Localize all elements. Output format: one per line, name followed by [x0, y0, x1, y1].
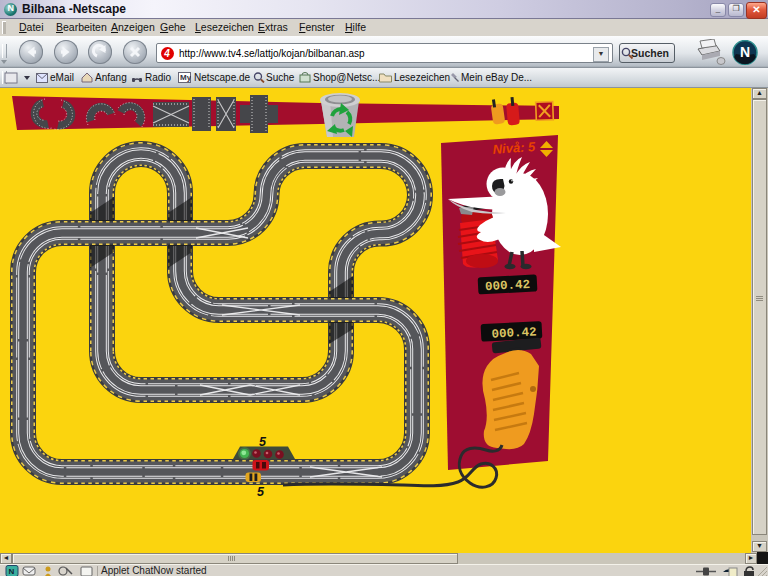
- svg-text:Nivå: 5: Nivå: 5: [492, 139, 536, 157]
- svg-text:5: 5: [257, 485, 265, 499]
- svg-text:N: N: [9, 567, 15, 576]
- svg-text:N: N: [740, 44, 750, 60]
- svg-text:000.42: 000.42: [485, 278, 531, 294]
- svg-text:5: 5: [259, 435, 267, 449]
- svg-text:My: My: [180, 73, 191, 82]
